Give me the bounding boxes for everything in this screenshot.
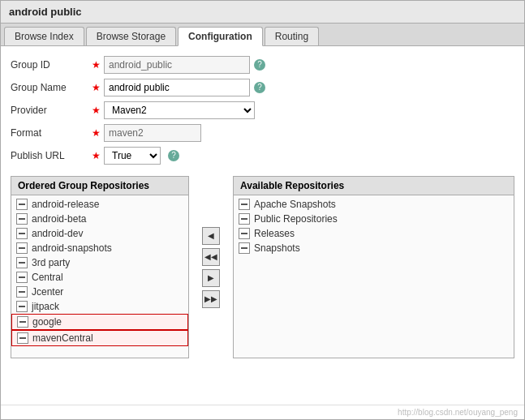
list-item[interactable]: android-beta <box>11 212 188 226</box>
group-id-input[interactable] <box>104 56 250 74</box>
required-star-gname: ★ <box>92 82 101 93</box>
list-item-selected[interactable]: mavenCentral <box>11 330 188 346</box>
tab-routing[interactable]: Routing <box>265 27 319 45</box>
required-star-provider: ★ <box>92 105 101 116</box>
watermark: http://blog.csdn.net/ouyang_peng <box>398 408 518 417</box>
repo-icon <box>16 242 28 254</box>
repo-icon <box>16 199 28 210</box>
required-star-publish: ★ <box>92 150 101 161</box>
provider-label: Provider <box>11 105 92 116</box>
tab-browse-index[interactable]: Browse Index <box>4 27 84 45</box>
group-id-row: Group ID ★ ? <box>11 56 514 74</box>
required-star-format: ★ <box>92 127 101 139</box>
repo-item-label: Snapshots <box>254 242 300 254</box>
window-title: android public <box>9 6 82 18</box>
publish-url-controls: True False ? <box>104 147 179 165</box>
list-item[interactable]: android-snapshots <box>11 241 188 255</box>
repo-item-label: android-snapshots <box>32 242 112 254</box>
repo-icon <box>16 286 28 298</box>
repo-item-label: 3rd party <box>32 257 70 268</box>
publish-url-label: Publish URL <box>11 150 92 161</box>
list-item[interactable]: Central <box>11 270 188 285</box>
repo-item-label: Jcenter <box>32 286 63 298</box>
tab-configuration[interactable]: Configuration <box>178 27 263 46</box>
format-row: Format ★ <box>11 124 514 142</box>
group-id-info-icon[interactable]: ? <box>254 59 265 71</box>
repo-icon <box>16 272 28 283</box>
group-name-input[interactable] <box>104 79 250 96</box>
main-window: android public Browse Index Browse Stora… <box>0 0 525 420</box>
required-star-gid: ★ <box>92 59 101 71</box>
publish-url-row: Publish URL ★ True False ? <box>11 147 514 165</box>
provider-select[interactable]: Maven2 <box>104 101 255 119</box>
repos-section: Ordered Group Repositories android-relea… <box>11 176 514 358</box>
publish-url-info-icon[interactable]: ? <box>168 150 179 161</box>
repo-icon <box>16 213 28 225</box>
repo-item-label: Central <box>32 272 63 283</box>
list-item[interactable]: android-dev <box>11 226 188 241</box>
repo-icon <box>239 213 250 225</box>
repo-icon <box>17 332 28 344</box>
repo-item-label: mavenCentral <box>32 332 93 344</box>
repo-item-label: Apache Snapshots <box>254 199 336 210</box>
list-item[interactable]: Jcenter <box>11 285 188 299</box>
repo-item-label: Releases <box>254 228 295 239</box>
list-item[interactable]: Apache Snapshots <box>234 197 514 212</box>
ordered-repos-title: Ordered Group Repositories <box>11 177 188 195</box>
available-repos-title: Available Repositories <box>234 177 514 195</box>
available-repos-list: Apache Snapshots Public Repositories Rel… <box>234 195 514 358</box>
provider-row: Provider ★ Maven2 <box>11 101 514 119</box>
repo-icon <box>17 316 28 328</box>
group-id-label: Group ID <box>11 59 92 71</box>
move-right-button[interactable]: ▶ <box>202 269 220 287</box>
repo-icon <box>239 228 250 239</box>
move-last-button[interactable]: ▶▶ <box>202 290 220 308</box>
repo-icon <box>16 301 28 312</box>
tab-browse-storage[interactable]: Browse Storage <box>86 27 176 45</box>
list-item[interactable]: 3rd party <box>11 255 188 270</box>
repo-item-label: android-release <box>32 199 99 210</box>
repo-icon <box>239 199 250 210</box>
list-item[interactable]: Releases <box>234 226 514 241</box>
repo-icon <box>16 257 28 268</box>
repo-item-label: jitpack <box>32 301 59 312</box>
repo-item-label: google <box>32 316 62 328</box>
tab-bar: Browse Index Browse Storage Configuratio… <box>1 24 524 46</box>
move-left-button[interactable]: ◀ <box>202 227 220 245</box>
format-label: Format <box>11 127 92 139</box>
group-name-row: Group Name ★ ? <box>11 79 514 96</box>
move-first-button[interactable]: ◀◀ <box>202 248 220 266</box>
repo-item-label: android-dev <box>32 228 83 239</box>
format-input <box>104 124 201 142</box>
group-name-label: Group Name <box>11 82 92 93</box>
repo-icon <box>239 242 250 254</box>
publish-url-select[interactable]: True False <box>104 147 161 165</box>
list-item[interactable]: Public Repositories <box>234 212 514 226</box>
ordered-repos-list: android-release android-beta android-dev… <box>11 195 188 358</box>
list-item[interactable]: android-release <box>11 197 188 212</box>
configuration-content: Group ID ★ ? Group Name ★ ? Provider ★ M… <box>1 46 524 405</box>
repo-item-label: Public Repositories <box>254 213 338 225</box>
list-item-selected[interactable]: google <box>11 314 188 330</box>
ordered-repos-panel: Ordered Group Repositories android-relea… <box>11 176 189 358</box>
list-item[interactable]: Snapshots <box>234 241 514 255</box>
repo-item-label: android-beta <box>32 213 86 225</box>
list-item[interactable]: jitpack <box>11 299 188 314</box>
group-name-info-icon[interactable]: ? <box>254 82 265 93</box>
repo-icon <box>16 228 28 239</box>
available-repos-panel: Available Repositories Apache Snapshots … <box>233 176 514 358</box>
nav-buttons-panel: ◀ ◀◀ ▶ ▶▶ <box>197 176 225 358</box>
title-bar: android public <box>1 1 524 24</box>
